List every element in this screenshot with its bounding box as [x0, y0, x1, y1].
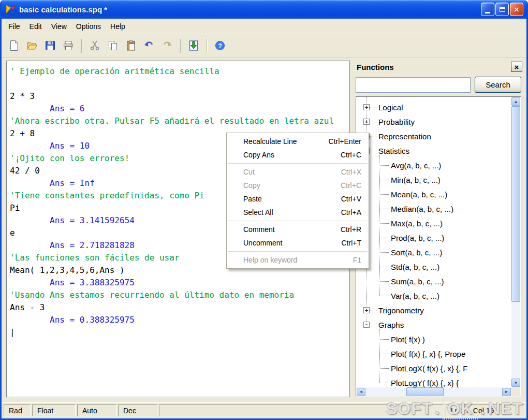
insert-ans-button[interactable]: [185, 37, 202, 54]
function-search-input[interactable]: [356, 77, 471, 93]
tree-item-label: Std(a, b, c, ...): [391, 263, 439, 271]
open-button[interactable]: [24, 37, 40, 54]
help-button[interactable]: ?: [212, 37, 228, 54]
editor-line: [10, 78, 346, 90]
context-menu-item-help-on-keyword[interactable]: Help on keyword F1: [227, 253, 369, 267]
close-button[interactable]: ×: [510, 3, 523, 16]
watermark: SOFT . OK . NET: [386, 398, 523, 419]
menu-item-view[interactable]: View: [47, 20, 71, 33]
scroll-right-button[interactable]: ►: [502, 388, 511, 396]
horizontal-scroll-thumb[interactable]: [406, 387, 444, 396]
tree-item-label: Logical: [378, 103, 403, 112]
menu-item-label: Copy: [243, 181, 260, 190]
context-menu-item-cut[interactable]: Cut Ctrl+X: [227, 165, 369, 179]
context-menu-item-comment[interactable]: Comment Ctrl+R: [227, 223, 369, 236]
context-menu-item-recalculate-line[interactable]: Recalculate Line Ctrl+Enter: [227, 135, 369, 148]
expand-icon[interactable]: +: [363, 104, 370, 110]
status-panel-number-system: Dec: [118, 404, 157, 416]
right-arrow-icon: ►: [505, 389, 509, 394]
minimize-icon: [485, 12, 490, 13]
watermark-text: NET: [488, 399, 523, 418]
text-caret: |: [10, 327, 15, 337]
copy-icon: [107, 39, 119, 52]
window-title: basic calculations.spq *: [19, 5, 481, 14]
context-menu-item-paste[interactable]: Paste Ctrl+V: [227, 192, 369, 206]
watermark-text: SOFT: [386, 399, 432, 418]
functions-close-button[interactable]: ×: [511, 62, 522, 72]
toolbar-separator: [207, 39, 207, 53]
scroll-left-button[interactable]: ◄: [357, 388, 365, 396]
tree-connector: [380, 296, 389, 296]
copy-button[interactable]: [105, 37, 121, 54]
maximize-button[interactable]: [495, 3, 509, 16]
minimize-button[interactable]: [481, 3, 494, 16]
tree-connector: [379, 329, 380, 383]
tree-connector: [380, 194, 389, 195]
cut-button[interactable]: [86, 37, 103, 54]
functions-tree: + Logical + Probability + Representation: [356, 96, 521, 397]
open-folder-icon: [26, 39, 38, 52]
toolbar-separator: [180, 39, 181, 53]
menu-item-help[interactable]: Help: [106, 20, 130, 33]
tree-connector: [370, 310, 376, 311]
tree-connector: [380, 209, 389, 209]
tree-item-label: Median(a, b, c, ...): [391, 205, 453, 213]
scroll-down-button[interactable]: ▼: [511, 379, 520, 387]
tree-item-label: Graphs: [378, 321, 404, 329]
toolbar: ?: [2, 34, 526, 57]
menu-item-shortcut: Ctrl+A: [341, 208, 361, 216]
title-bar[interactable]: basic calculations.spq * ×: [2, 0, 526, 19]
vertical-scrollbar[interactable]: ▲ ▼: [511, 97, 520, 387]
context-menu-item-copy[interactable]: Copy Ctrl+C: [227, 179, 369, 192]
left-arrow-icon: ◄: [359, 389, 363, 394]
vertical-scroll-thumb[interactable]: [511, 106, 520, 302]
save-button[interactable]: [42, 37, 58, 54]
save-icon: [44, 39, 56, 52]
expand-icon[interactable]: +: [363, 119, 370, 125]
tree-item-trigonometry[interactable]: + Trigonometry: [356, 303, 511, 317]
editor-line: 'Ahora escribo otra. Pulsar F5 añadirá e…: [10, 115, 346, 127]
tree-connector: [380, 368, 389, 369]
tree-connector: [380, 165, 389, 166]
svg-text:?: ?: [218, 42, 222, 50]
menu-item-options[interactable]: Options: [71, 20, 106, 33]
scroll-up-button[interactable]: ▲: [511, 97, 520, 106]
menu-item-label: Paste: [243, 195, 262, 203]
print-button[interactable]: [60, 37, 77, 54]
editor-line: Ans = 3.388325975: [10, 277, 346, 289]
tree-connector: [370, 122, 376, 122]
functions-panel-title: Functions: [357, 63, 394, 71]
paste-button[interactable]: [123, 37, 139, 54]
undo-button[interactable]: [141, 37, 157, 54]
close-icon: ×: [515, 63, 519, 71]
menu-item-file[interactable]: File: [4, 20, 25, 33]
new-document-icon: [8, 39, 20, 52]
menu-item-label: Cut: [243, 168, 255, 176]
horizontal-scrollbar[interactable]: ◄ ►: [357, 387, 511, 396]
expand-icon[interactable]: +: [363, 307, 370, 313]
context-menu-item-copy-ans[interactable]: Copy Ans Ctrl+C: [227, 148, 369, 162]
tree-connector: [370, 107, 376, 108]
tree-item-label: Representation: [378, 132, 431, 141]
status-panel-number-format: Float: [32, 404, 76, 416]
context-menu-item-select-all[interactable]: Select All Ctrl+A: [227, 206, 369, 219]
tree-item-logical[interactable]: + Logical: [356, 100, 511, 114]
tree-item-label: Max(a, b, c, ...): [391, 219, 443, 228]
redo-button[interactable]: [159, 37, 175, 54]
menu-separator: [228, 251, 368, 252]
tree-item-label: Plot( f(x) ): [391, 335, 425, 344]
tree-item-label: Probability: [378, 118, 415, 126]
search-button[interactable]: Search: [475, 77, 521, 93]
new-button[interactable]: [6, 37, 22, 54]
tree-connector: [379, 155, 380, 296]
menu-item-edit[interactable]: Edit: [25, 20, 47, 33]
tree-connector: [370, 151, 376, 151]
tree-item-probability[interactable]: + Probability: [356, 114, 511, 129]
collapse-icon[interactable]: -: [363, 322, 370, 328]
context-menu-item-uncomment[interactable]: Uncomment Ctrl+T: [227, 236, 369, 250]
tree-item-label: Plot( f(x) {, x} {, Prope: [391, 350, 465, 358]
paste-icon: [125, 39, 137, 52]
help-icon: ?: [214, 39, 226, 52]
tree-item-representation[interactable]: + Representation: [356, 129, 511, 143]
menu-bar: File Edit View Options Help: [2, 19, 526, 34]
